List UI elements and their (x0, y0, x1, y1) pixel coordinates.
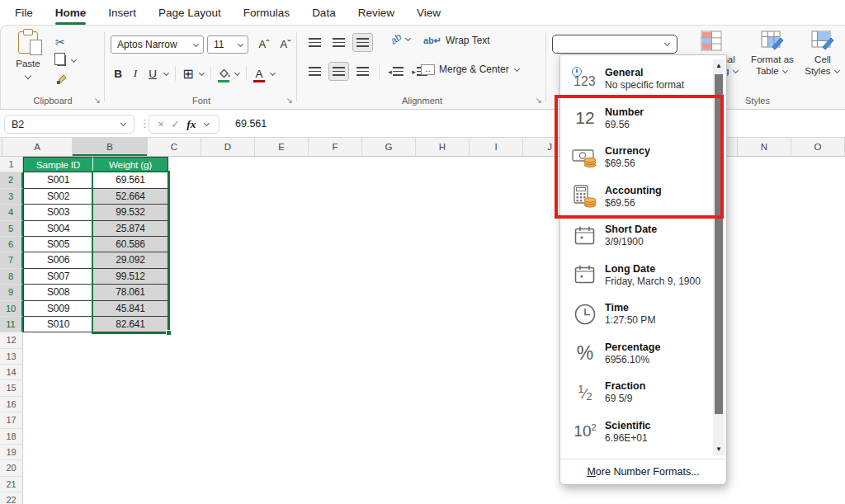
tab-formulas[interactable]: Formulas (243, 7, 290, 19)
row-header-21[interactable]: 21 (0, 477, 23, 492)
row-header-9[interactable]: 9 (0, 285, 23, 300)
format-option-short-date[interactable]: Short Date3/9/1900 (560, 216, 726, 256)
row-header-10[interactable]: 10 (0, 301, 23, 317)
format-option-percentage[interactable]: %Percentage6956.10% (560, 334, 726, 374)
cell-B8[interactable]: 99.512 (93, 269, 168, 285)
row-header-20[interactable]: 20 (0, 460, 23, 476)
top-align-button[interactable] (304, 33, 325, 52)
cell-B2[interactable]: 69.561 (93, 172, 168, 188)
name-box[interactable]: B2 (4, 115, 135, 134)
cell-styles-button[interactable]: Cell Styles (800, 31, 845, 77)
cell-B6[interactable]: 60.586 (93, 237, 168, 252)
wrap-text-button[interactable]: ab↵ Wrap Text (423, 35, 490, 46)
format-option-general[interactable]: 123GeneralNo specific format (560, 59, 726, 99)
row-header-5[interactable]: 5 (0, 221, 23, 237)
font-name-combobox[interactable]: Aptos Narrow (111, 35, 204, 54)
cell-A7[interactable]: S006 (23, 252, 93, 268)
merge-center-button[interactable]: ↔ Merge & Center (421, 64, 521, 75)
borders-button[interactable]: ⊞ (181, 64, 196, 82)
cell-A3[interactable]: S002 (23, 189, 93, 205)
scrollbar-thumb[interactable] (715, 74, 723, 414)
cell-A5[interactable]: S004 (23, 221, 93, 237)
formula-input[interactable]: 69.561 (235, 111, 267, 138)
format-option-time[interactable]: Time1:27:50 PM (560, 294, 726, 334)
cell-B11[interactable]: 82.641 (93, 317, 168, 332)
dialog-launcher-icon[interactable]: ↘ (94, 96, 101, 105)
chevron-down-icon[interactable] (163, 69, 169, 75)
row-header-19[interactable]: 19 (0, 445, 23, 460)
tab-insert[interactable]: Insert (108, 7, 136, 19)
enter-check-icon[interactable]: ✓ (171, 118, 180, 130)
number-format-combobox[interactable] (552, 35, 677, 54)
chevron-down-icon[interactable] (204, 120, 210, 126)
insert-function-icon[interactable]: fx (186, 118, 196, 131)
column-header-C[interactable]: C (148, 138, 201, 156)
cell-A11[interactable]: S010 (23, 317, 93, 332)
row-header-6[interactable]: 6 (0, 237, 23, 252)
more-number-formats-button[interactable]: More Number Formats... (560, 459, 726, 484)
column-header-I[interactable]: I (470, 138, 523, 156)
column-header-B[interactable]: B (73, 138, 148, 156)
cell-B1[interactable]: Weight (g) (93, 157, 168, 172)
align-center-button[interactable] (328, 62, 349, 81)
font-color-button[interactable]: A (252, 64, 267, 82)
row-header-2[interactable]: 2 (0, 172, 23, 188)
scroll-up-icon[interactable]: ▲ (713, 62, 725, 69)
decrease-indent-button[interactable]: ◂ (385, 62, 406, 81)
dialog-launcher-icon[interactable]: ↘ (286, 96, 293, 105)
row-header-1[interactable]: 1 (0, 157, 23, 172)
row-header-18[interactable]: 18 (0, 429, 23, 445)
column-header-F[interactable]: F (309, 138, 362, 156)
cell-A10[interactable]: S009 (23, 301, 93, 317)
column-header-G[interactable]: G (362, 138, 416, 156)
row-header-22[interactable]: 22 (0, 492, 23, 504)
row-header-14[interactable]: 14 (0, 365, 23, 380)
column-header-H[interactable]: H (416, 138, 470, 156)
select-all-corner[interactable] (0, 138, 2, 156)
cell-B7[interactable]: 29.092 (93, 252, 168, 268)
column-header-E[interactable]: E (255, 138, 309, 156)
cancel-icon[interactable]: × (158, 118, 164, 130)
tab-view[interactable]: View (417, 7, 441, 19)
cell-B9[interactable]: 78.061 (93, 285, 168, 300)
bold-button[interactable]: B (111, 64, 125, 82)
font-size-combobox[interactable]: 11 (207, 35, 248, 54)
align-right-button[interactable] (352, 62, 373, 81)
row-header-13[interactable]: 13 (0, 349, 23, 365)
chevron-down-icon[interactable] (199, 69, 205, 75)
italic-button[interactable]: I (128, 64, 143, 82)
scroll-down-icon[interactable]: ▼ (713, 445, 725, 453)
row-header-16[interactable]: 16 (0, 397, 23, 412)
copy-button[interactable] (55, 51, 78, 69)
cell-B5[interactable]: 25.874 (93, 221, 168, 237)
underline-button[interactable]: U (145, 64, 160, 82)
column-header-A[interactable]: A (2, 138, 73, 156)
fill-color-button[interactable] (216, 64, 231, 82)
cell-A1[interactable]: Sample ID (23, 157, 93, 172)
middle-align-button[interactable] (328, 33, 349, 52)
row-header-11[interactable]: 11 (0, 317, 23, 332)
column-header-D[interactable]: D (201, 138, 255, 156)
grow-font-button[interactable]: Aˆ (253, 35, 275, 54)
tab-home[interactable]: Home (55, 7, 87, 19)
row-header-3[interactable]: 3 (0, 189, 23, 205)
format-option-scientific[interactable]: 102Scientific6.96E+01 (560, 412, 726, 452)
cell-A6[interactable]: S005 (23, 237, 93, 252)
column-header-O[interactable]: O (791, 138, 845, 156)
tab-file[interactable]: File (15, 7, 33, 19)
dropdown-scrollbar[interactable]: ▲ ▼ (713, 59, 725, 455)
format-option-number[interactable]: 12Number69.56 (560, 99, 726, 139)
cell-B4[interactable]: 99.532 (93, 205, 168, 220)
row-header-4[interactable]: 4 (0, 205, 23, 220)
chevron-down-icon[interactable] (234, 69, 240, 75)
format-option-fraction[interactable]: 1⁄2Fraction69 5/9 (560, 373, 726, 412)
row-header-7[interactable]: 7 (0, 252, 23, 268)
tab-page-layout[interactable]: Page Layout (158, 7, 221, 19)
format-option-long-date[interactable]: Long DateFriday, March 9, 1900 (560, 256, 726, 295)
cell-B3[interactable]: 52.664 (93, 189, 168, 205)
fill-handle[interactable] (166, 330, 172, 336)
cell-A8[interactable]: S007 (23, 269, 93, 285)
tab-review[interactable]: Review (358, 7, 394, 19)
cell-A4[interactable]: S003 (23, 205, 93, 220)
shrink-font-button[interactable]: Aˇ (275, 35, 296, 54)
